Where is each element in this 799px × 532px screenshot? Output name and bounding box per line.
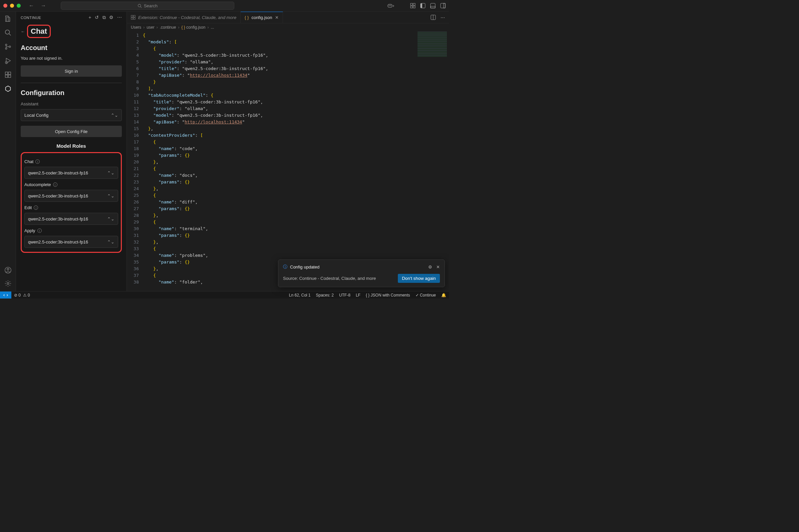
- open-config-button[interactable]: Open Config File: [21, 126, 122, 137]
- svg-rect-30: [131, 18, 133, 19]
- open-external-icon[interactable]: ⧉: [103, 15, 106, 20]
- dont-show-again-button[interactable]: Don't show again: [398, 274, 440, 283]
- svg-rect-5: [410, 3, 412, 5]
- role-label: Editi: [24, 205, 118, 210]
- more-actions-icon[interactable]: ⋯: [441, 15, 445, 20]
- svg-point-17: [5, 44, 7, 46]
- role-value: qwen2.5-coder:3b-instruct-fp16: [28, 193, 88, 198]
- sidebar-title: CONTINUE: [21, 16, 41, 20]
- code-content[interactable]: { "models": [ { "model": "qwen2.5-coder:…: [143, 31, 449, 291]
- layout-customize-icon[interactable]: [410, 3, 415, 8]
- editor-tabs: Extension: Continue - Codestral, Claude,…: [127, 12, 449, 23]
- status-notifications-icon[interactable]: 🔔: [439, 293, 449, 298]
- search-icon: [137, 4, 142, 8]
- maximize-window-button[interactable]: [17, 4, 21, 8]
- nav-back-button[interactable]: ←: [27, 3, 36, 9]
- status-problems[interactable]: ⊘ 0 ⚠ 0: [11, 293, 33, 298]
- breadcrumb-segment[interactable]: .continue: [160, 25, 176, 30]
- accounts-icon[interactable]: [4, 266, 12, 274]
- svg-point-18: [5, 48, 7, 49]
- breadcrumb-segment[interactable]: ...: [210, 25, 214, 30]
- svg-rect-6: [413, 3, 415, 5]
- svg-rect-13: [441, 3, 445, 8]
- sign-in-button[interactable]: Sign in: [21, 65, 122, 77]
- chevron-updown-icon: ⌃⌄: [111, 113, 118, 118]
- role-select-chat[interactable]: qwen2.5-coder:3b-instruct-fp16⌃⌄: [24, 167, 118, 179]
- history-icon[interactable]: ↺: [95, 15, 99, 20]
- status-language[interactable]: { } JSON with Comments: [363, 293, 413, 298]
- role-select-autocomplete[interactable]: qwen2.5-coder:3b-instruct-fp16⌃⌄: [24, 190, 118, 202]
- minimap[interactable]: [415, 31, 449, 81]
- status-eol[interactable]: LF: [353, 293, 363, 298]
- run-debug-icon[interactable]: [4, 57, 12, 64]
- svg-rect-10: [421, 3, 422, 8]
- svg-point-0: [138, 4, 141, 7]
- close-tab-icon[interactable]: ✕: [275, 15, 279, 20]
- role-label: Chati: [24, 159, 118, 164]
- role-value: qwen2.5-coder:3b-instruct-fp16: [28, 216, 88, 222]
- svg-rect-11: [430, 3, 435, 8]
- toggle-secondary-sidebar-icon[interactable]: [440, 3, 446, 8]
- new-chat-icon[interactable]: +: [89, 15, 91, 20]
- sidebar-header: CONTINUE + ↺ ⧉ ⚙ ⋯: [16, 12, 127, 23]
- continue-icon[interactable]: [4, 85, 12, 92]
- svg-rect-28: [131, 15, 133, 17]
- titlebar: ← → Search: [0, 0, 449, 12]
- svg-point-4: [390, 5, 391, 6]
- status-indentation[interactable]: Spaces: 2: [313, 293, 336, 298]
- assistant-select[interactable]: Local Config ⌃⌄: [21, 109, 122, 121]
- status-cursor-position[interactable]: Ln 62, Col 1: [286, 293, 313, 298]
- tab-extension[interactable]: Extension: Continue - Codestral, Claude,…: [127, 12, 241, 23]
- breadcrumb[interactable]: Users›user›.continue›{ } config.json›...: [127, 23, 449, 31]
- status-continue[interactable]: ✓ Continue: [413, 293, 439, 298]
- command-center-search[interactable]: Search: [61, 2, 234, 10]
- code-editor[interactable]: 1234567891011121314151617181920212223242…: [127, 31, 449, 291]
- remote-indicator[interactable]: [0, 291, 11, 299]
- notification-close-icon[interactable]: ✕: [436, 265, 440, 269]
- info-icon: i: [35, 159, 40, 164]
- notification-toast: ⓘ Config updated ⚙ ✕ Source: Continue - …: [278, 260, 445, 287]
- back-arrow-icon[interactable]: ←: [21, 29, 25, 34]
- nav-forward-button[interactable]: →: [39, 3, 48, 9]
- signed-out-text: You are not signed in.: [21, 56, 122, 61]
- tab-config-json[interactable]: { } config.json ✕: [241, 12, 283, 23]
- close-window-button[interactable]: [3, 4, 7, 8]
- svg-point-15: [5, 30, 10, 34]
- minimize-window-button[interactable]: [10, 4, 14, 8]
- toggle-panel-icon[interactable]: [430, 3, 435, 8]
- editor-area: Extension: Continue - Codestral, Claude,…: [127, 12, 449, 291]
- split-editor-icon[interactable]: [430, 15, 436, 20]
- gear-icon[interactable]: ⚙: [109, 15, 114, 20]
- more-icon[interactable]: ⋯: [117, 15, 122, 20]
- svg-rect-31: [133, 18, 135, 19]
- chevron-updown-icon: ⌃⌄: [107, 240, 114, 245]
- notification-gear-icon[interactable]: ⚙: [428, 265, 432, 269]
- status-encoding[interactable]: UTF-8: [336, 293, 353, 298]
- toggle-primary-sidebar-icon[interactable]: [420, 3, 426, 8]
- settings-gear-icon[interactable]: [4, 280, 12, 287]
- svg-point-3: [389, 5, 390, 6]
- breadcrumb-segment[interactable]: user: [147, 25, 154, 30]
- breadcrumb-segment[interactable]: { } config.json: [181, 25, 205, 30]
- breadcrumb-segment[interactable]: Users: [131, 25, 141, 30]
- svg-rect-23: [8, 75, 10, 77]
- copilot-icon[interactable]: [388, 3, 394, 8]
- role-value: qwen2.5-coder:3b-instruct-fp16: [28, 170, 88, 175]
- explorer-icon[interactable]: [4, 15, 12, 22]
- line-numbers: 1234567891011121314151617181920212223242…: [127, 31, 143, 291]
- chevron-updown-icon: ⌃⌄: [107, 216, 114, 222]
- role-select-apply[interactable]: qwen2.5-coder:3b-instruct-fp16⌃⌄: [24, 236, 118, 248]
- svg-point-19: [9, 46, 11, 48]
- role-select-edit[interactable]: qwen2.5-coder:3b-instruct-fp16⌃⌄: [24, 213, 118, 225]
- svg-rect-14: [444, 3, 445, 8]
- svg-point-27: [7, 283, 9, 285]
- extension-tab-icon: [131, 15, 135, 20]
- chevron-updown-icon: ⌃⌄: [107, 170, 114, 175]
- chat-heading: Chat: [31, 27, 47, 35]
- source-control-icon[interactable]: [4, 43, 12, 50]
- svg-point-26: [7, 268, 9, 270]
- search-icon[interactable]: [4, 29, 12, 36]
- chevron-updown-icon: ⌃⌄: [107, 193, 114, 198]
- extensions-icon[interactable]: [4, 71, 12, 78]
- svg-line-16: [9, 34, 11, 36]
